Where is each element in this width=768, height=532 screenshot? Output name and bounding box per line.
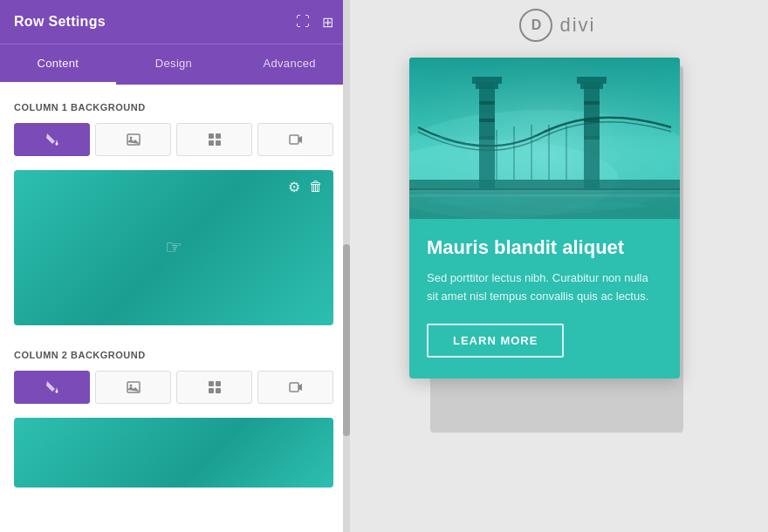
svg-rect-4 bbox=[209, 140, 214, 146]
col2-bg-color-btn[interactable] bbox=[14, 371, 90, 404]
col2-bg-image-btn[interactable] bbox=[95, 371, 171, 404]
col1-bg-image-btn[interactable] bbox=[95, 123, 171, 156]
card-title: Mauris blandit aliquet bbox=[427, 236, 662, 259]
divi-logo-letter: D bbox=[531, 17, 542, 33]
divi-brand-name: divi bbox=[559, 14, 595, 37]
main-card: Mauris blandit aliquet Sed porttitor lec… bbox=[409, 58, 680, 379]
bridge-image-svg bbox=[409, 58, 680, 219]
col2-pattern-icon bbox=[208, 380, 222, 394]
col1-bg-pattern-btn[interactable] bbox=[176, 123, 252, 156]
svg-point-38 bbox=[427, 197, 531, 206]
right-panel: D divi bbox=[347, 0, 768, 532]
col2-image-icon bbox=[127, 380, 141, 394]
svg-rect-27 bbox=[584, 101, 600, 105]
col2-paint-bucket-icon bbox=[45, 380, 59, 394]
divi-logo: D divi bbox=[519, 9, 595, 42]
svg-rect-9 bbox=[209, 381, 214, 386]
col2-section: Column 2 Background bbox=[14, 350, 333, 488]
col2-bg-pattern-btn[interactable] bbox=[176, 371, 252, 404]
layout-icon[interactable]: ⊞ bbox=[322, 14, 333, 31]
svg-rect-13 bbox=[290, 383, 298, 392]
col1-section: Column 1 Background bbox=[14, 102, 333, 325]
tab-advanced[interactable]: Advanced bbox=[231, 44, 347, 85]
svg-rect-6 bbox=[290, 135, 298, 144]
col1-settings-icon[interactable]: ⚙ bbox=[288, 179, 300, 195]
col2-bg-video-btn[interactable] bbox=[257, 371, 333, 404]
svg-rect-11 bbox=[209, 388, 214, 393]
expand-icon[interactable]: ⛶ bbox=[296, 14, 310, 31]
col1-bg-video-btn[interactable] bbox=[257, 123, 333, 156]
svg-rect-2 bbox=[209, 133, 214, 139]
col1-box-actions: ⚙ 🗑 bbox=[288, 179, 323, 195]
col2-video-icon bbox=[289, 380, 303, 394]
col1-bg-type-row bbox=[14, 123, 333, 156]
svg-point-39 bbox=[558, 202, 645, 209]
svg-rect-3 bbox=[216, 133, 221, 139]
svg-rect-20 bbox=[472, 77, 502, 84]
col2-section-label: Column 2 Background bbox=[14, 350, 333, 360]
divi-logo-circle: D bbox=[519, 9, 552, 42]
tab-design[interactable]: Design bbox=[116, 44, 232, 85]
card-text: Sed porttitor lectus nibh. Curabitur non… bbox=[427, 269, 662, 306]
image-icon bbox=[127, 133, 141, 147]
card-image bbox=[409, 58, 680, 219]
learn-more-button[interactable]: Learn More bbox=[427, 324, 564, 358]
panel-body: Column 1 Background bbox=[0, 85, 347, 532]
svg-rect-40 bbox=[409, 136, 680, 197]
panel-tabs: Content Design Advanced bbox=[0, 44, 347, 85]
panel-header: Row Settings ⛶ ⊞ bbox=[0, 0, 347, 44]
panel-title: Row Settings bbox=[14, 14, 106, 30]
paint-bucket-icon bbox=[45, 133, 59, 147]
col1-color-preview[interactable]: ⚙ 🗑 ☞ bbox=[14, 170, 333, 325]
col2-color-preview[interactable] bbox=[14, 418, 333, 488]
col2-bg-type-row bbox=[14, 371, 333, 404]
col1-bg-color-btn[interactable] bbox=[14, 123, 90, 156]
pattern-icon bbox=[208, 133, 222, 147]
cursor-icon: ☞ bbox=[165, 236, 182, 259]
center-scrollbar[interactable] bbox=[343, 0, 350, 532]
scroll-thumb[interactable] bbox=[343, 244, 350, 436]
svg-rect-26 bbox=[577, 77, 607, 84]
svg-rect-12 bbox=[216, 388, 221, 393]
svg-rect-21 bbox=[479, 101, 495, 105]
tab-content[interactable]: Content bbox=[0, 44, 116, 85]
svg-rect-22 bbox=[479, 119, 495, 122]
col1-delete-icon[interactable]: 🗑 bbox=[309, 179, 323, 195]
panel-header-icons: ⛶ ⊞ bbox=[296, 14, 333, 31]
col1-section-label: Column 1 Background bbox=[14, 102, 333, 113]
svg-rect-5 bbox=[216, 140, 221, 146]
card-body: Mauris blandit aliquet Sed porttitor lec… bbox=[409, 219, 680, 379]
left-panel: Row Settings ⛶ ⊞ Content Design Advanced… bbox=[0, 0, 347, 532]
video-icon bbox=[289, 133, 303, 147]
svg-rect-10 bbox=[216, 381, 221, 386]
card-area: Mauris blandit aliquet Sed porttitor lec… bbox=[409, 58, 706, 450]
